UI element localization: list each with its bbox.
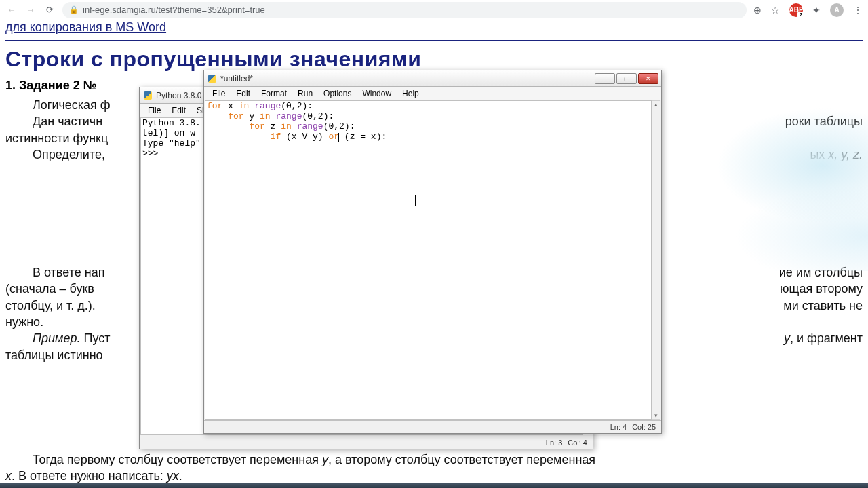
kebab-menu-icon[interactable]: ⋮ bbox=[853, 5, 863, 16]
text: (сначала – букв bbox=[5, 281, 94, 297]
text: . В ответе нужно написать: bbox=[12, 469, 167, 483]
code-token: for bbox=[228, 111, 243, 121]
text: ми ставить не bbox=[783, 298, 863, 314]
shell-prompt: >>> bbox=[142, 148, 158, 159]
forward-button[interactable]: → bbox=[24, 5, 37, 15]
code-token: (0,2): bbox=[323, 121, 355, 131]
text: yx bbox=[167, 469, 179, 483]
shell-line: Python 3.8. bbox=[142, 118, 201, 128]
editor-statusbar: Ln: 4 Col: 25 bbox=[204, 420, 661, 433]
code-token: in bbox=[281, 121, 292, 131]
zoom-icon[interactable]: ⊕ bbox=[753, 5, 762, 16]
menu-window[interactable]: Window bbox=[357, 87, 397, 100]
menu-format[interactable]: Format bbox=[256, 87, 292, 100]
shell-menu-edit[interactable]: Edit bbox=[166, 104, 191, 117]
text: В ответе нап bbox=[5, 264, 104, 281]
editor-vertical-scrollbar[interactable] bbox=[652, 100, 660, 420]
code-token: range bbox=[292, 121, 323, 131]
code-editor[interactable]: for x in range(0,2): for y in range(0,2)… bbox=[205, 100, 652, 420]
text: x bbox=[5, 469, 12, 483]
code-token: (0,2): bbox=[302, 111, 334, 121]
os-taskbar[interactable] bbox=[0, 483, 868, 488]
text: Пример. bbox=[33, 331, 80, 345]
editor-menubar: File Edit Format Run Options Window Help bbox=[204, 87, 661, 100]
bookmark-star-icon[interactable]: ☆ bbox=[771, 5, 780, 16]
shell-status-ln: Ln: 3 bbox=[546, 439, 562, 447]
editor-title: *untitled* bbox=[220, 74, 595, 83]
minimize-button[interactable]: — bbox=[595, 73, 615, 84]
code-token: for bbox=[249, 121, 264, 131]
text: нужно. bbox=[5, 315, 43, 329]
code-token: in bbox=[239, 101, 250, 111]
code-token: or bbox=[328, 131, 339, 142]
text: истинности функц bbox=[5, 131, 108, 145]
address-bar[interactable]: 🔒 inf-ege.sdamgia.ru/test?theme=352&prin… bbox=[62, 2, 747, 18]
text: ющая второму bbox=[780, 281, 863, 297]
editor-titlebar[interactable]: *untitled* — ▢ ✕ bbox=[204, 70, 661, 87]
text: таблицы истинно bbox=[5, 348, 103, 362]
shell-line: tel)] on w bbox=[142, 128, 195, 138]
text: Дан частичн bbox=[5, 113, 102, 129]
code-token bbox=[207, 121, 249, 131]
code-token: x bbox=[222, 101, 238, 111]
lock-icon: 🔒 bbox=[69, 5, 79, 14]
menu-options[interactable]: Options bbox=[318, 87, 357, 100]
reload-button[interactable]: ⟳ bbox=[43, 5, 56, 15]
export-word-link[interactable]: для копирования в MS Word bbox=[5, 20, 166, 34]
back-button[interactable]: ← bbox=[5, 5, 18, 15]
text: Тогда первому столбцу соответствует пере… bbox=[33, 453, 322, 466]
code-token: z bbox=[265, 121, 281, 131]
menu-file[interactable]: File bbox=[207, 87, 231, 100]
maximize-button[interactable]: ▢ bbox=[616, 73, 637, 84]
idle-editor-window[interactable]: *untitled* — ▢ ✕ File Edit Format Run Op… bbox=[203, 70, 662, 434]
text: , и фрагмент bbox=[790, 331, 863, 345]
text: столбцу, и т. д.). bbox=[5, 298, 96, 314]
text: y bbox=[322, 453, 328, 466]
code-token: for bbox=[207, 101, 222, 111]
editor-status-col: Col: 25 bbox=[632, 423, 656, 431]
code-token: range bbox=[271, 111, 302, 121]
mouse-text-cursor bbox=[415, 195, 416, 206]
profile-avatar[interactable]: A bbox=[830, 3, 844, 17]
browser-toolbar: ← → ⟳ 🔒 inf-ege.sdamgia.ru/test?theme=35… bbox=[0, 0, 868, 20]
divider bbox=[5, 40, 863, 41]
python-icon bbox=[142, 90, 153, 101]
adblock-extension-icon[interactable]: ABP bbox=[789, 3, 803, 17]
python-icon bbox=[207, 73, 218, 84]
code-token: in bbox=[260, 111, 271, 121]
extensions-icon[interactable]: ✦ bbox=[812, 5, 821, 16]
editor-status-ln: Ln: 4 bbox=[610, 423, 627, 431]
shell-line: Type "help" bbox=[142, 138, 201, 148]
shell-statusbar: Ln: 3 Col: 4 bbox=[140, 436, 593, 449]
code-token bbox=[207, 111, 228, 121]
page-background-decoration bbox=[637, 95, 868, 271]
text: Пуст bbox=[80, 331, 110, 345]
code-token bbox=[207, 131, 271, 142]
window-controls: — ▢ ✕ bbox=[595, 73, 658, 84]
code-token: (z = x): bbox=[339, 131, 387, 142]
menu-help[interactable]: Help bbox=[397, 87, 425, 100]
close-button[interactable]: ✕ bbox=[638, 73, 658, 84]
code-token: (0,2): bbox=[281, 101, 313, 111]
text: Логическая ф bbox=[33, 98, 111, 112]
code-token: (x V y) bbox=[281, 131, 328, 142]
shell-status-col: Col: 4 bbox=[568, 439, 587, 447]
code-token: if bbox=[271, 131, 281, 142]
toolbar-right: ⊕ ☆ ABP ✦ A ⋮ bbox=[753, 3, 863, 17]
menu-run[interactable]: Run bbox=[292, 87, 318, 100]
code-token: range bbox=[249, 101, 281, 111]
section-heading: Строки с пропущенными значениями bbox=[5, 47, 863, 72]
url-text: inf-ege.sdamgia.ru/test?theme=352&print=… bbox=[83, 5, 265, 15]
menu-edit[interactable]: Edit bbox=[231, 87, 256, 100]
text: Определите, bbox=[5, 146, 105, 163]
code-token: y bbox=[244, 111, 260, 121]
shell-menu-file[interactable]: File bbox=[142, 104, 166, 117]
text: . bbox=[179, 469, 182, 483]
text: , а второму столбцу соответствует переме… bbox=[328, 453, 595, 466]
